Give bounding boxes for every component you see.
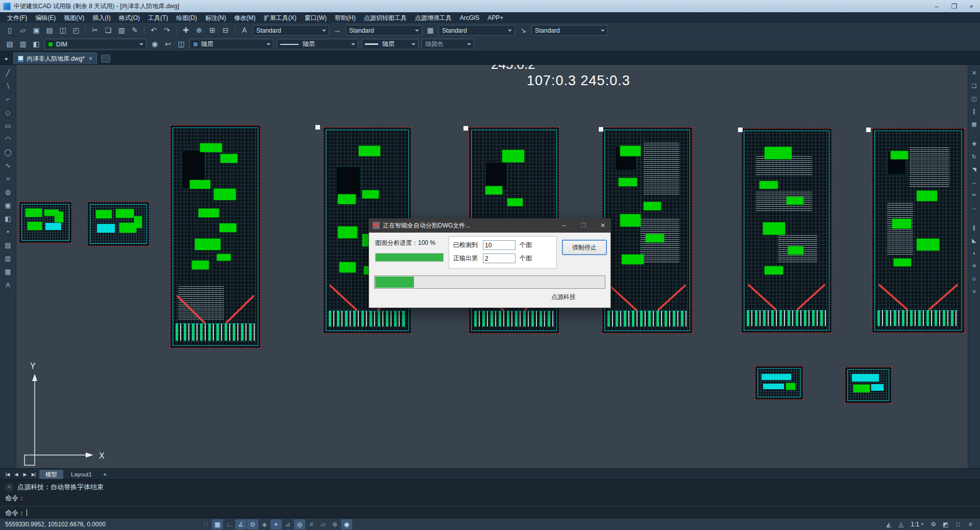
menu-item[interactable]: 点源切转图工具 <box>360 13 411 23</box>
coordinates-display[interactable]: 5559330.9952, 105102.6676, 0.0000 <box>5 521 139 528</box>
line-tool-icon[interactable]: ╱ <box>2 67 14 79</box>
tab-model[interactable]: 模型 <box>39 470 63 479</box>
join-tool-icon[interactable]: ∪ <box>969 272 979 284</box>
drawing-sheet[interactable] <box>170 125 261 348</box>
plot-icon[interactable]: ▤ <box>43 24 56 36</box>
drawing-sheet[interactable] <box>845 367 892 403</box>
polygon-tool-icon[interactable]: ◇ <box>2 107 14 119</box>
annotation-monitor-icon[interactable]: ◉ <box>341 519 352 529</box>
layer-filter-icon[interactable]: ◧ <box>30 38 43 50</box>
menu-item[interactable]: 扩展工具(X) <box>260 13 301 23</box>
rectangle-tool-icon[interactable]: ▭ <box>2 120 14 132</box>
layout-nav-arrow[interactable]: ◀ <box>12 472 20 477</box>
erase-tool-icon[interactable]: ✕ <box>969 67 979 79</box>
ellipse-tool-icon[interactable]: ◍ <box>2 186 14 198</box>
annotation-visibility-icon[interactable]: ◭ <box>883 519 894 529</box>
drawing-sheet[interactable] <box>87 201 150 246</box>
point-tool-icon[interactable]: • <box>2 226 14 238</box>
menu-item[interactable]: 点源增强工具 <box>411 13 456 23</box>
dialog-titlebar[interactable]: 正在智能全自动分割DWG文件... – ❐ ✕ <box>369 218 611 233</box>
layer-properties-icon[interactable]: ▤ <box>3 38 16 50</box>
selection-cycling-icon[interactable]: ⊕ <box>329 519 340 529</box>
menu-item[interactable]: ArcGIS <box>456 13 484 22</box>
menu-item[interactable]: 绘图(D) <box>172 13 201 23</box>
clean-screen-icon[interactable]: □ <box>952 519 964 529</box>
menu-item[interactable]: 格式(O) <box>115 13 144 23</box>
selection-grip[interactable] <box>599 127 603 132</box>
cut-icon[interactable]: ✂ <box>88 24 102 36</box>
layer-walk-icon[interactable]: ◫ <box>175 38 188 50</box>
zoom-previous-icon[interactable]: ⊟ <box>219 24 232 36</box>
lineweight-combo[interactable]: 随层 <box>361 39 419 49</box>
snap-mode-icon[interactable]: ∷ <box>200 519 211 529</box>
menu-item[interactable]: 修改(M) <box>230 13 260 23</box>
extend-tool-icon[interactable]: → <box>969 201 979 213</box>
tab-layout1[interactable]: Layout1 <box>65 470 98 479</box>
dynamic-ucs-icon[interactable]: ⊿ <box>282 519 293 529</box>
make-object-layer-current-icon[interactable]: ◉ <box>148 38 161 50</box>
mtext-tool-icon[interactable]: A <box>2 279 14 291</box>
add-layout-button[interactable]: + <box>100 470 110 479</box>
mirror-tool-icon[interactable]: ◫ <box>969 92 979 104</box>
command-input-line[interactable]: 命令： <box>0 506 980 519</box>
paste-icon[interactable]: ▥ <box>115 24 128 36</box>
force-stop-button[interactable]: 强制停止 <box>562 240 607 255</box>
layout-nav-arrow[interactable]: ▶ <box>20 472 29 477</box>
arc-tool-icon[interactable]: ◠ <box>2 133 14 145</box>
zoom-realtime-icon[interactable]: ⊕ <box>192 24 206 36</box>
publish-icon[interactable]: ◰ <box>69 24 83 36</box>
table-style-combo[interactable]: Standard <box>438 25 515 36</box>
selection-grip[interactable] <box>738 128 743 132</box>
chamfer-tool-icon[interactable]: ◣ <box>969 234 979 246</box>
command-line-area[interactable]: ×点源科技：自动替换字体结束命令：命令： <box>0 479 980 518</box>
drawing-sheet[interactable] <box>602 127 693 334</box>
selection-grip[interactable] <box>866 128 871 132</box>
transparency-icon[interactable]: ▱ <box>317 519 329 529</box>
menu-item[interactable]: 编辑(E) <box>31 13 60 23</box>
status-menu-icon[interactable]: ≡ <box>965 519 976 529</box>
trim-tool-icon[interactable]: ✂ <box>969 189 979 200</box>
plot-preview-icon[interactable]: ◫ <box>56 24 69 36</box>
osnap-icon[interactable]: ⊙ <box>247 519 258 529</box>
scale-tool-icon[interactable]: ◥ <box>969 163 979 175</box>
offset-tool-icon[interactable]: ∥ <box>969 105 979 117</box>
spline-tool-icon[interactable]: ≈ <box>2 173 14 185</box>
fillet-tool-icon[interactable]: ◗ <box>969 247 979 259</box>
ortho-mode-icon[interactable]: ∟ <box>224 519 235 529</box>
make-block-tool-icon[interactable]: ◧ <box>2 213 14 225</box>
copy-icon[interactable]: ❏ <box>102 24 115 36</box>
selection-grip[interactable] <box>315 125 320 130</box>
drawing-sheet[interactable] <box>19 201 72 243</box>
circle-tool-icon[interactable]: ◯ <box>2 146 14 159</box>
lineweight-display-icon[interactable]: ≡ <box>306 519 317 529</box>
menu-item[interactable]: 标注(N) <box>201 13 230 23</box>
pan-icon[interactable]: ✚ <box>179 24 192 36</box>
menu-item[interactable]: APP+ <box>483 13 507 22</box>
drawing-canvas[interactable]: 245:0.2 107:0.3 245:0.3 Y X 正在智能全自动分割DWG… <box>16 65 968 468</box>
text-style-icon[interactable]: A <box>238 24 251 36</box>
break-tool-icon[interactable]: ∦ <box>969 221 979 233</box>
zoom-window-icon[interactable]: ⊞ <box>206 24 219 36</box>
dynamic-input-icon[interactable]: ◎ <box>294 519 305 529</box>
table-style-icon[interactable]: ▦ <box>424 24 437 36</box>
layout-nav-arrow[interactable]: ▶| <box>29 472 38 477</box>
new-file-icon[interactable]: ▯ <box>3 24 16 36</box>
otrack-icon[interactable]: ⌖ <box>271 519 282 529</box>
drawing-sheet[interactable] <box>872 128 965 333</box>
drawing-sheet[interactable] <box>741 128 832 333</box>
revcloud-tool-icon[interactable]: ∿ <box>2 160 14 172</box>
menu-item[interactable]: 帮助(H) <box>331 13 360 23</box>
drawing-sheet[interactable] <box>755 366 803 400</box>
mleader-style-combo[interactable]: Standard <box>531 25 608 36</box>
menu-item[interactable]: 工具(T) <box>144 13 172 23</box>
array-tool-icon[interactable]: ▦ <box>969 118 979 130</box>
explode-tool-icon[interactable]: ✳ <box>969 260 979 271</box>
plotstyle-combo[interactable]: 随颜色 <box>422 39 474 49</box>
redo-icon[interactable]: ↷ <box>160 24 174 36</box>
command-close-icon[interactable]: × <box>5 483 13 491</box>
copy-tool-icon[interactable]: ❏ <box>969 80 979 91</box>
tab-close-icon[interactable]: × <box>89 55 92 62</box>
menu-item[interactable]: 插入(I) <box>88 13 114 23</box>
annotation-autoscale-icon[interactable]: ◬ <box>895 519 906 529</box>
close-button[interactable]: × <box>963 0 980 12</box>
